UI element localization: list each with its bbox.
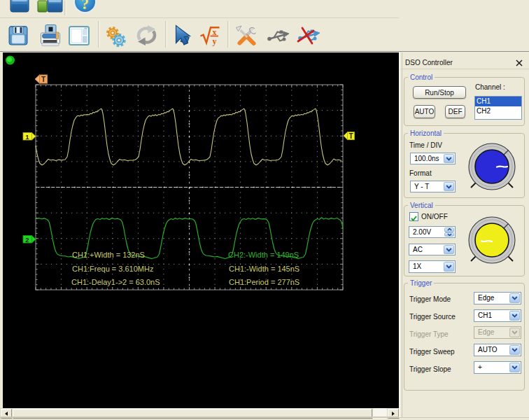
svg-text:2: 2: [25, 236, 29, 244]
svg-text:CH1:+Width = 132nS: CH1:+Width = 132nS: [72, 251, 145, 259]
svg-text:CH2:-Width = 149nS: CH2:-Width = 149nS: [228, 251, 299, 259]
svg-text:?: ?: [81, 0, 90, 13]
svg-text:T: T: [349, 132, 353, 140]
svg-text:CH1:Frequ = 3.610MHz: CH1:Frequ = 3.610MHz: [72, 265, 153, 273]
svg-text:1: 1: [25, 133, 29, 141]
svg-text:x: x: [213, 27, 217, 37]
svg-text:CH1:-Delay1->2 = 63.0nS: CH1:-Delay1->2 = 63.0nS: [71, 278, 160, 286]
svg-text:CH1:-Width = 145nS: CH1:-Width = 145nS: [229, 265, 299, 273]
svg-text:y: y: [213, 36, 217, 46]
svg-text:CH1:Period = 277nS: CH1:Period = 277nS: [229, 278, 299, 286]
svg-text:T: T: [41, 76, 45, 83]
